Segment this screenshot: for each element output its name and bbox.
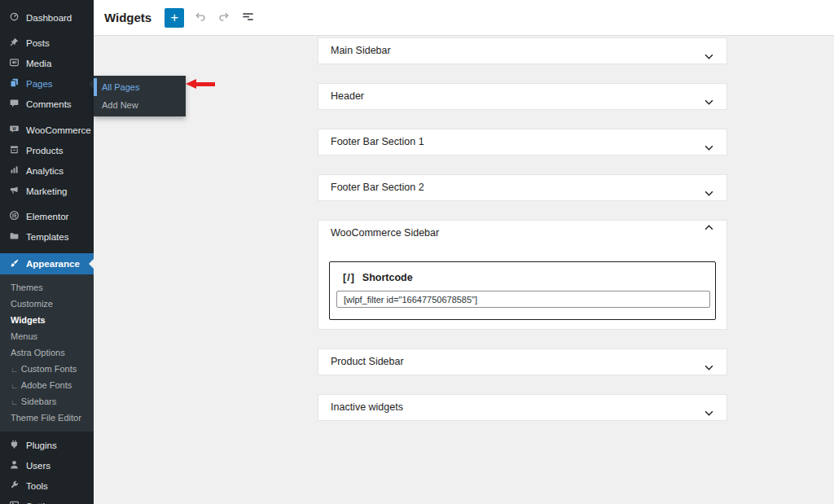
chevron-down-icon — [705, 359, 713, 365]
wrench-icon — [9, 480, 20, 492]
sidebar-item-label: Media — [26, 59, 51, 68]
redo-icon — [217, 10, 230, 26]
sidebar-item-dashboard[interactable]: Dashboard — [0, 7, 94, 28]
media-icon — [9, 57, 20, 69]
sidebar-item-marketing[interactable]: Marketing — [0, 181, 94, 201]
sidebar-item-label: WooCommerce — [26, 125, 91, 135]
comment-icon — [9, 98, 20, 110]
sidebar-item-products[interactable]: Products — [0, 140, 94, 160]
sidebar-item-label: Pages — [26, 79, 53, 89]
widget-area-panel-header: Header — [318, 83, 727, 110]
sub-arrow-icon: ∟ — [11, 366, 18, 374]
flyout-notch-icon — [84, 79, 94, 89]
submenu-item-adobe-fonts[interactable]: ∟Adobe Fonts — [0, 377, 94, 393]
sidebar-item-label: Products — [26, 146, 63, 156]
sidebar-item-label: Posts — [26, 38, 50, 48]
appearance-submenu: Themes Customize Widgets Menus Astra Opt… — [0, 274, 94, 432]
sidebar-item-users[interactable]: Users — [0, 455, 94, 476]
sidebar-item-media[interactable]: Media — [0, 53, 94, 73]
sidebar-item-analytics[interactable]: Analytics — [0, 160, 94, 181]
widget-area-panel-main-sidebar: Main Sidebar — [318, 37, 727, 64]
sidebar-item-comments[interactable]: Comments — [0, 94, 94, 114]
submenu-item-customize[interactable]: Customize — [0, 296, 94, 312]
panel-title: Footer Bar Section 1 — [331, 129, 424, 155]
sub-arrow-icon: ∟ — [11, 398, 18, 406]
pages-icon — [9, 77, 20, 90]
sidebar-item-settings[interactable]: Settings — [0, 496, 94, 504]
sidebar-item-label: Marketing — [26, 186, 68, 196]
widget-area-panel-product-sidebar: Product Sidebar — [318, 348, 727, 375]
sidebar-item-templates[interactable]: Templates — [0, 226, 94, 247]
panel-title: Inactive widgets — [331, 395, 403, 420]
undo-icon — [194, 10, 208, 26]
submenu-item-sidebars[interactable]: ∟Sidebars — [0, 393, 94, 410]
panel-title: Footer Bar Section 2 — [331, 175, 424, 200]
sidebar-item-posts[interactable]: Posts — [0, 33, 94, 53]
shortcode-widget-block[interactable]: [/] Shortcode — [329, 261, 716, 320]
submenu-item-themes[interactable]: Themes — [0, 279, 94, 296]
svg-text:W: W — [12, 127, 16, 131]
page-title: Widgets — [104, 11, 151, 24]
widget-area-panel-woocommerce-sidebar: WooCommerce Sidebar [/] Shortcode — [318, 220, 727, 330]
undo-button[interactable] — [191, 8, 210, 28]
flyout-item-all-pages[interactable]: All Pages — [94, 78, 186, 96]
sidebar-item-label: Analytics — [26, 166, 64, 176]
sidebar-item-label: Plugins — [26, 440, 57, 450]
panel-title: Main Sidebar — [331, 38, 391, 64]
panel-toggle[interactable]: WooCommerce Sidebar — [318, 221, 726, 246]
list-view-button[interactable] — [238, 8, 257, 28]
widget-area-panel-footer-bar-2: Footer Bar Section 2 — [318, 174, 727, 201]
sidebar-item-woocommerce[interactable]: W WooCommerce — [0, 120, 94, 140]
panel-toggle[interactable]: Inactive widgets — [318, 395, 726, 420]
sidebar-item-label: Dashboard — [26, 13, 72, 23]
panel-title: Header — [331, 84, 364, 109]
panel-toggle[interactable]: Footer Bar Section 2 — [318, 175, 726, 200]
sidebar-item-label: Templates — [26, 232, 68, 242]
megaphone-icon — [9, 185, 20, 197]
shortcode-icon: [/] — [343, 272, 355, 283]
submenu-item-astra-options[interactable]: Astra Options — [0, 344, 94, 361]
sidebar-item-pages[interactable]: Pages — [0, 73, 94, 94]
submenu-item-widgets[interactable]: Widgets — [0, 312, 94, 328]
chevron-down-icon — [705, 185, 713, 191]
submenu-item-custom-fonts[interactable]: ∟Custom Fonts — [0, 361, 94, 377]
sidebar-item-plugins[interactable]: Plugins — [0, 435, 94, 455]
shortcode-input[interactable] — [336, 291, 710, 308]
panel-toggle[interactable]: Product Sidebar — [318, 349, 726, 375]
sidebar-item-elementor[interactable]: Elementor — [0, 206, 94, 226]
dashboard-icon — [9, 11, 20, 24]
bar-chart-icon — [9, 164, 20, 177]
add-block-button[interactable]: + — [165, 8, 184, 28]
sidebar-item-appearance[interactable]: Appearance — [0, 253, 94, 274]
sidebar-item-label: Appearance — [26, 259, 80, 269]
widgets-editor-content: Main Sidebar Header Footer Bar Section 1… — [94, 36, 834, 504]
sidebar-item-label: Settings — [26, 502, 60, 504]
redo-button[interactable] — [213, 8, 233, 28]
panel-toggle[interactable]: Main Sidebar — [318, 38, 726, 64]
sidebar-item-tools[interactable]: Tools — [0, 476, 94, 496]
plug-icon — [9, 439, 20, 451]
admin-sidebar: Dashboard Posts Media Pages Comments W W… — [0, 0, 94, 504]
elementor-icon — [9, 210, 20, 222]
panel-toggle[interactable]: Footer Bar Section 1 — [318, 129, 726, 155]
widget-area-panel-footer-bar-1: Footer Bar Section 1 — [318, 129, 727, 156]
settings-icon — [9, 500, 20, 504]
chevron-down-icon — [705, 94, 713, 99]
panel-title: WooCommerce Sidebar — [331, 221, 439, 246]
shortcode-widget-title: Shortcode — [362, 272, 413, 283]
sidebar-item-label: Tools — [26, 481, 48, 491]
paintbrush-icon — [9, 258, 20, 270]
submenu-item-theme-file-editor[interactable]: Theme File Editor — [0, 410, 94, 426]
flyout-item-add-new[interactable]: Add New — [94, 96, 186, 114]
list-view-icon — [241, 10, 255, 26]
woocommerce-icon: W — [9, 124, 20, 136]
user-icon — [9, 459, 20, 471]
chevron-down-icon — [705, 405, 713, 410]
sidebar-item-label: Elementor — [26, 212, 68, 221]
sub-arrow-icon: ∟ — [11, 382, 18, 390]
submenu-item-menus[interactable]: Menus — [0, 328, 94, 344]
editor-topbar: Widgets + — [94, 0, 834, 36]
chevron-down-icon — [705, 48, 713, 54]
panel-toggle[interactable]: Header — [318, 84, 726, 109]
chevron-up-icon — [705, 230, 713, 236]
